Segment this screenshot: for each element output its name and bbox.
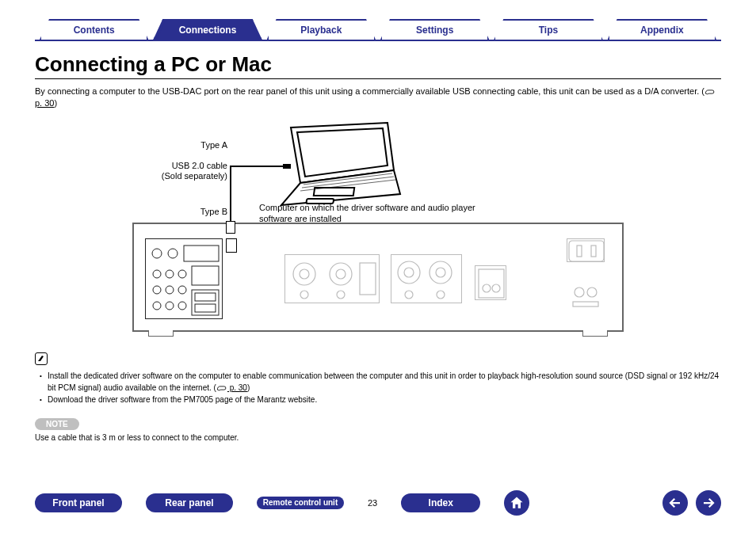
front-panel-button[interactable]: Front panel — [35, 493, 122, 513]
label-usb-cable-2: (Sold separately) — [116, 171, 227, 181]
svg-point-13 — [166, 286, 174, 294]
prev-page-button[interactable] — [662, 490, 688, 516]
top-nav-tabs: Contents Connections Playback Settings T… — [35, 19, 721, 41]
home-button[interactable] — [504, 490, 529, 516]
svg-point-27 — [337, 291, 345, 299]
svg-point-10 — [178, 270, 186, 278]
label-type-b: Type B — [140, 207, 227, 216]
svg-point-6 — [168, 249, 178, 258]
svg-point-16 — [166, 302, 174, 310]
next-page-button[interactable] — [696, 490, 721, 516]
remote-control-button[interactable]: Remote control unit — [257, 497, 344, 510]
svg-rect-11 — [192, 266, 219, 285]
svg-rect-0 — [314, 188, 354, 196]
svg-point-9 — [166, 270, 174, 278]
svg-point-23 — [330, 263, 352, 285]
tab-settings[interactable]: Settings — [380, 19, 489, 40]
svg-rect-7 — [184, 246, 219, 261]
home-icon — [509, 495, 525, 511]
svg-rect-42 — [573, 302, 598, 306]
svg-rect-19 — [195, 293, 216, 301]
svg-point-12 — [153, 286, 161, 294]
tab-contents[interactable]: Contents — [40, 19, 148, 40]
info-icon — [35, 352, 48, 365]
svg-rect-39 — [591, 246, 596, 257]
svg-point-22 — [300, 269, 309, 279]
laptop-icon — [267, 121, 402, 208]
svg-point-24 — [336, 269, 346, 279]
arrow-left-icon — [668, 496, 682, 510]
rear-panel-button[interactable]: Rear panel — [146, 493, 233, 513]
svg-point-21 — [293, 263, 315, 285]
connection-diagram: Type A USB 2.0 cable (Sold separately) T… — [132, 121, 624, 343]
label-usb-cable-1: USB 2.0 cable — [116, 161, 227, 170]
svg-point-35 — [483, 284, 491, 292]
note-pill: NOTE — [35, 418, 79, 430]
svg-point-26 — [300, 291, 308, 299]
svg-point-31 — [436, 268, 445, 277]
svg-rect-38 — [577, 246, 582, 257]
info-bullets: Install the dedicated driver software on… — [35, 370, 721, 405]
svg-point-30 — [430, 261, 452, 284]
svg-point-8 — [153, 270, 161, 278]
tab-connections[interactable]: Connections — [153, 19, 262, 40]
svg-point-33 — [437, 291, 445, 299]
bottom-bar: Front panel Rear panel Remote control un… — [0, 490, 756, 516]
svg-rect-37 — [569, 241, 604, 261]
svg-point-14 — [178, 286, 186, 294]
svg-point-17 — [178, 302, 186, 310]
index-button[interactable]: Index — [401, 493, 480, 513]
svg-rect-34 — [479, 269, 504, 298]
tab-tips[interactable]: Tips — [494, 19, 602, 40]
svg-point-28 — [398, 261, 420, 284]
note-text: Use a cable that is 3 m or less to conne… — [35, 433, 721, 442]
bullet-1: Install the dedicated driver software on… — [40, 370, 721, 394]
page-number: 23 — [368, 498, 377, 508]
svg-point-32 — [405, 291, 413, 299]
label-type-a: Type A — [140, 140, 227, 150]
arrow-right-icon — [701, 496, 716, 510]
bullet-2: Download the driver software from the PM… — [40, 394, 721, 405]
tab-playback[interactable]: Playback — [267, 19, 376, 40]
unit-rear-panel — [132, 223, 624, 332]
cable-horizontal — [230, 166, 285, 167]
svg-point-41 — [587, 287, 597, 297]
svg-rect-18 — [192, 290, 219, 315]
tab-appendix[interactable]: Appendix — [608, 19, 716, 40]
cable-vertical — [230, 166, 231, 227]
svg-rect-20 — [195, 304, 216, 312]
svg-point-5 — [152, 249, 162, 258]
svg-point-15 — [153, 302, 161, 310]
cable-plug-type-b — [226, 221, 235, 234]
svg-rect-25 — [360, 263, 376, 295]
svg-point-29 — [404, 268, 414, 277]
label-computer-note: Computer on which the driver software an… — [259, 202, 497, 225]
svg-point-36 — [492, 284, 500, 292]
page-title: Connecting a PC or Mac — [35, 52, 721, 79]
intro-paragraph: By connecting a computer to the USB-DAC … — [35, 86, 721, 110]
page-ref-link-30b[interactable]: p. 30 — [216, 383, 247, 392]
svg-point-40 — [575, 287, 584, 297]
